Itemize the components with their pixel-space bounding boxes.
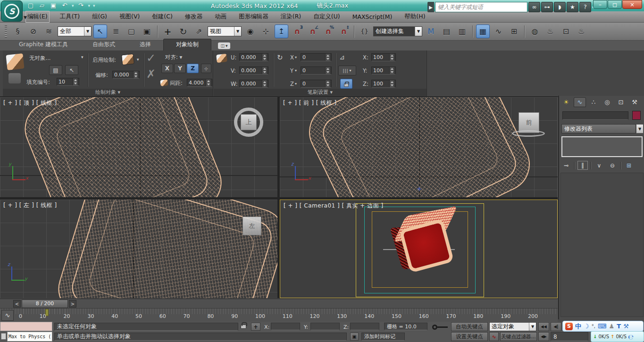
toolbar-grip[interactable] <box>5 25 7 38</box>
open-file-button[interactable]: ▱ <box>38 1 46 10</box>
new-file-button[interactable]: ▢ <box>26 1 35 10</box>
tab-utilities-icon[interactable]: ⚒ <box>628 97 641 107</box>
tab-object-paint[interactable]: 对象绘制 <box>163 39 211 50</box>
pick-object-button[interactable]: ↖ <box>65 65 78 75</box>
spinner-arrows[interactable] <box>325 80 330 87</box>
spinner-arrows[interactable] <box>325 54 330 61</box>
save-file-button[interactable]: ▣ <box>49 1 58 10</box>
select-by-name-button[interactable]: ≣ <box>109 25 123 38</box>
spinner-arrows[interactable] <box>389 67 394 74</box>
viewport-top[interactable]: 上 y x [ + ] [ 顶 ] [ 线框 ] <box>0 97 277 197</box>
key-mode-toggle-button[interactable]: ◀▶ <box>538 332 549 341</box>
z-coord-field[interactable] <box>350 323 379 330</box>
scale-columns-button[interactable]: |||▾ <box>338 66 356 75</box>
ie-browser-icon[interactable]: ℮ <box>628 333 634 341</box>
chamfer-box-wireframe[interactable] <box>300 97 539 197</box>
viewcube[interactable]: 左 <box>243 217 261 235</box>
rollout-area[interactable] <box>560 173 644 317</box>
object-picker-caret[interactable]: ▾ <box>81 55 84 59</box>
configure-modifier-sets-button[interactable]: ⊞ <box>624 161 634 170</box>
u-field[interactable]: 0.000 <box>239 53 268 61</box>
spinner-arrows[interactable] <box>73 78 77 85</box>
x-coord-field[interactable] <box>271 323 300 330</box>
ribbon-minimize-button[interactable]: ◫▾ <box>218 42 230 49</box>
y-coord-field[interactable] <box>310 323 340 330</box>
rotate-x-field[interactable]: 0 <box>301 53 332 61</box>
rotate-x-caret[interactable]: ▾ <box>295 55 297 59</box>
material-editor-button[interactable]: ◍ <box>528 25 542 38</box>
menu-item[interactable]: 动画 <box>215 13 226 21</box>
menu-item[interactable]: 编辑(E) <box>27 13 48 21</box>
current-frame-field[interactable]: 8 <box>551 332 588 341</box>
rotate-z-field[interactable]: 0 <box>301 80 332 88</box>
align-button[interactable]: ▤ <box>440 25 453 38</box>
unlink-selection-icon[interactable]: ⊘ <box>26 25 40 38</box>
reference-coordinate-system-dropdown[interactable]: 视图 ▼ <box>208 26 242 36</box>
viewcube-compass-ring[interactable]: 上 <box>234 108 263 137</box>
selection-lock-toggle[interactable] <box>241 322 246 329</box>
angle-snap-toggle[interactable]: ∩∠ <box>306 25 319 38</box>
graphite-modeling-tools-toggle[interactable]: ▦ <box>476 25 490 38</box>
window-crossing-toggle[interactable]: ▣ <box>140 25 154 38</box>
show-end-result-button[interactable]: ‖ <box>577 161 588 170</box>
paint-brush-icon[interactable] <box>6 53 24 70</box>
rotate-y-caret[interactable]: ▾ <box>295 68 297 73</box>
redo-button[interactable]: ↷ <box>77 1 85 10</box>
rotate-z-caret[interactable]: ▾ <box>295 82 297 86</box>
render-setup-button[interactable]: ♨ <box>544 25 557 38</box>
snaps-toggle-3d[interactable]: ∩3 <box>290 25 304 38</box>
go-to-start-button[interactable]: ◀◀ <box>538 322 549 331</box>
select-and-scale-button[interactable]: ⇗ <box>192 25 206 38</box>
spacing-field[interactable]: 4.000 <box>187 79 212 87</box>
curve-editor-button[interactable]: ∿ <box>492 25 505 38</box>
dropdown-arrow-icon[interactable]: ▼ <box>84 27 91 36</box>
object-color-swatch[interactable] <box>632 111 641 120</box>
scale-z-field[interactable]: 100 <box>371 80 396 88</box>
w-field[interactable]: 0.000 <box>239 80 268 88</box>
select-and-manipulate-button[interactable]: ⊹ <box>259 25 273 38</box>
menu-item[interactable]: 图形编辑器 <box>239 13 268 21</box>
tab-display-icon[interactable]: ⊡ <box>615 97 627 107</box>
ime-soft-keyboard-icon[interactable]: ⌨ <box>598 323 607 329</box>
add-time-tag-field[interactable]: 添加时间标记 <box>361 333 405 341</box>
tab-create-icon[interactable]: ☀ <box>560 97 572 107</box>
maxscript-listener-icon[interactable] <box>1 333 6 340</box>
track-bar[interactable]: ∿ 01020304050607080901001101201301401501… <box>0 308 558 322</box>
restore-button[interactable]: ◻ <box>608 0 622 9</box>
favorites-star-icon[interactable]: ★ <box>567 2 578 12</box>
cancel-paint-icon[interactable]: ✗ <box>146 67 156 81</box>
macro-recorder-pane[interactable] <box>0 322 52 331</box>
modifier-list-arrow-icon[interactable]: ▼ <box>636 124 644 133</box>
toolbar-overflow-caret[interactable]: ▾ <box>93 3 95 8</box>
camera-target-marker[interactable] <box>417 187 421 191</box>
tab-selection[interactable]: 选择 <box>127 39 163 50</box>
select-and-move-button[interactable]: + <box>161 25 175 38</box>
scale-x-field[interactable]: 100 <box>371 53 396 61</box>
spinner-arrows[interactable] <box>206 79 210 86</box>
align-y-button[interactable]: Y <box>174 64 186 73</box>
viewcube[interactable]: 上 <box>241 114 257 130</box>
ime-punctuation-icon[interactable]: °, <box>592 324 595 329</box>
menu-item[interactable]: 修改器 <box>185 13 203 21</box>
enable-paint-button[interactable] <box>121 54 134 66</box>
viewport-camera[interactable]: [ + ] [ Camera01 ] [ 真实 + 边面 ] <box>280 200 558 298</box>
menu-item[interactable]: 帮助(H) <box>404 13 425 21</box>
next-frame-button[interactable]: > <box>69 300 76 308</box>
remove-modifier-button[interactable]: ⊖ <box>607 161 618 170</box>
ime-fullhalf-moon-icon[interactable]: ☽ <box>584 323 589 329</box>
make-unique-button[interactable]: ∨ <box>594 161 604 170</box>
spinner-arrows[interactable] <box>389 54 394 61</box>
previous-frame-button[interactable]: < <box>13 300 21 308</box>
paint-fill-icon[interactable] <box>8 73 21 83</box>
spinner-snap-toggle[interactable]: ∩↕ <box>337 25 351 38</box>
spinner-arrows[interactable] <box>325 67 330 74</box>
layer-manager-button[interactable]: ▥ <box>455 25 469 38</box>
object-name-field[interactable] <box>562 111 628 120</box>
spinner-arrows[interactable] <box>389 80 394 87</box>
selection-filter-dropdown[interactable]: 全部 ▼ <box>58 26 92 36</box>
select-and-link-icon[interactable]: § <box>11 25 25 38</box>
redo-dropdown-caret[interactable]: ▾ <box>88 3 91 8</box>
fill-number-field[interactable]: 10 <box>57 78 79 86</box>
menu-item[interactable]: 组(G) <box>92 13 107 21</box>
edit-object-list-button[interactable]: ▤ <box>49 65 62 75</box>
